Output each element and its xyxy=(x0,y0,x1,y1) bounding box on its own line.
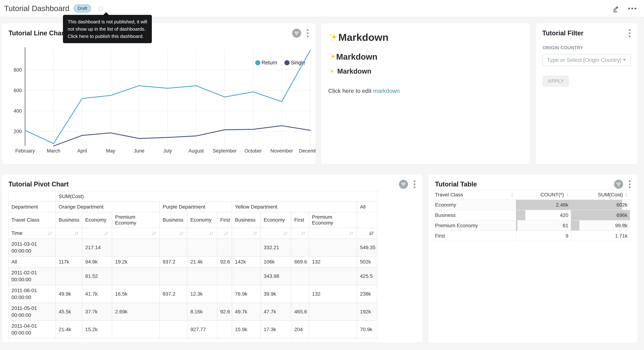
pivot-cell: 217.14 xyxy=(82,239,112,256)
pivot-time-header: Time xyxy=(8,228,56,239)
sort-descending-active-icon[interactable] xyxy=(368,231,374,236)
svg-text:September: September xyxy=(212,148,236,154)
pivot-class-header: Economy xyxy=(261,212,291,228)
sort-toggle-icon[interactable] xyxy=(104,231,109,236)
pivot-cell: 94.9k xyxy=(82,256,112,267)
markdown-heading-3: Markdown xyxy=(328,68,523,75)
pivot-class-header: First xyxy=(291,212,309,228)
pivot-cell xyxy=(309,267,357,285)
pivot-cell: 343.98 xyxy=(261,267,291,285)
pivot-sort-cell xyxy=(187,228,217,239)
markdown-panel: Markdown Markdown Markdown Click here to… xyxy=(321,24,530,164)
table-row: Premium Economy6199.8k xyxy=(432,220,630,231)
pivot-cell xyxy=(160,320,187,338)
pivot-cell: 238k xyxy=(357,285,377,303)
markdown-paragraph: Click here to edit markdown xyxy=(328,88,523,94)
col-header-travel-class[interactable]: Travel Class xyxy=(432,190,516,200)
edit-dashboard-icon[interactable] xyxy=(611,4,620,13)
pivot-class-row: Travel ClassBusinessEconomyPremium Econo… xyxy=(8,212,377,228)
title-row: Tutorial Dashboard Draft ☆ xyxy=(4,4,104,13)
pivot-cell: 465.6 xyxy=(291,303,309,320)
kebab-menu-icon[interactable] xyxy=(413,180,416,189)
pivot-sort-row: Time xyxy=(8,228,377,239)
sort-toggle-icon[interactable] xyxy=(283,231,288,236)
sort-toggle-icon[interactable] xyxy=(252,231,258,236)
pivot-cell: 132 xyxy=(309,256,357,267)
table-panel-title: Tutorial Table xyxy=(435,180,477,188)
count-cell: 9 xyxy=(516,231,571,241)
sum-cost-cell: 696k xyxy=(571,210,630,220)
pivot-cell: 17.3k xyxy=(261,320,291,338)
line-chart[interactable]: 200400600800FebruaryMarchAprilMayJuneJul… xyxy=(2,45,316,158)
pivot-cell: 21.4k xyxy=(187,256,217,267)
svg-text:June: June xyxy=(134,148,144,154)
line-chart-panel: Tutorial Line Chart Return xyxy=(2,24,316,164)
kebab-menu-icon[interactable] xyxy=(628,180,631,189)
pivot-cell: 39.9k xyxy=(261,285,291,303)
pivot-cell xyxy=(291,239,309,256)
pivot-cell: 92.6 xyxy=(217,256,232,267)
apply-button[interactable]: APPLY xyxy=(542,76,569,87)
sort-toggle-icon[interactable] xyxy=(300,231,306,236)
svg-text:July: July xyxy=(163,148,172,154)
table-header-row: Travel ClassCOUNT(*)SUM(Cost) xyxy=(432,190,630,200)
table-row: Business420696k xyxy=(432,210,630,220)
svg-text:November: November xyxy=(270,148,293,154)
sort-toggle-icon[interactable] xyxy=(151,231,156,236)
table-container: Travel ClassCOUNT(*)SUM(Cost)Economy2.46… xyxy=(432,190,630,241)
pivot-cell: 81.52 xyxy=(82,267,112,285)
pivot-sort-cell xyxy=(160,228,187,239)
pivot-class-header xyxy=(357,212,377,228)
count-cell: 2.46k xyxy=(516,200,571,210)
pivot-cell: 47.7k xyxy=(261,303,291,320)
select-placeholder: Type or Select [Origin Country] xyxy=(547,57,621,63)
topbar-actions xyxy=(611,4,637,13)
kebab-menu-icon[interactable] xyxy=(306,28,309,38)
pivot-cell: 142k xyxy=(232,256,261,267)
header-bar: Tutorial Dashboard Draft ☆ xyxy=(0,0,644,17)
pivot-cell xyxy=(160,239,187,256)
edit-markdown-link[interactable]: markdown xyxy=(373,88,400,94)
pivot-class-header: Economy xyxy=(82,212,112,228)
status-badge[interactable]: Draft xyxy=(74,4,91,12)
count-cell: 61 xyxy=(516,220,571,231)
pivot-cell: 21.4k xyxy=(56,320,82,338)
applied-filters-icon[interactable] xyxy=(292,28,301,38)
col-header-count[interactable]: COUNT(*) xyxy=(516,190,571,200)
pivot-class-header: Business xyxy=(232,212,261,228)
travel-class-cell: Premium Economy xyxy=(432,220,516,231)
pivot-sort-cell xyxy=(291,228,309,239)
sort-toggle-icon[interactable] xyxy=(208,231,214,236)
sort-toggle-icon[interactable] xyxy=(47,231,52,236)
count-cell: 420 xyxy=(516,210,571,220)
travel-class-cell: First xyxy=(432,231,516,241)
pivot-cell: 19.2k xyxy=(112,256,160,267)
pivot-cell: 15.9k xyxy=(232,320,261,338)
sort-carets-icon[interactable] xyxy=(566,193,568,197)
sort-carets-icon[interactable] xyxy=(625,193,628,197)
pivot-cell xyxy=(232,239,261,256)
tooltip-line: Click here to publish this dashboard. xyxy=(68,33,147,40)
sort-toggle-icon[interactable] xyxy=(223,231,229,236)
sort-carets-icon[interactable] xyxy=(511,193,514,197)
favorite-star-icon[interactable]: ☆ xyxy=(97,4,104,13)
pivot-class-header: Premium Economy xyxy=(309,212,357,228)
pivot-sort-cell xyxy=(112,228,160,239)
sort-toggle-icon[interactable] xyxy=(179,231,184,236)
pivot-cell xyxy=(187,239,217,256)
kebab-menu-icon[interactable] xyxy=(628,28,631,38)
sort-toggle-icon[interactable] xyxy=(348,231,354,236)
svg-text:600: 600 xyxy=(14,88,22,93)
col-header-sum-cost[interactable]: SUM(Cost) xyxy=(571,190,630,200)
more-menu-icon[interactable] xyxy=(628,7,637,10)
pivot-cell xyxy=(309,239,357,256)
origin-country-select[interactable]: Type or Select [Origin Country] xyxy=(542,54,630,66)
pivot-row-label: 2011-02-01 00:00:00 xyxy=(8,267,56,285)
travel-class-cell: Business xyxy=(432,210,516,220)
applied-filters-icon[interactable] xyxy=(399,180,408,189)
pivot-cell: 192k xyxy=(357,303,377,320)
pivot-cell: 45.5k xyxy=(56,303,82,320)
applied-filters-icon[interactable] xyxy=(614,180,623,189)
sort-toggle-icon[interactable] xyxy=(74,231,79,236)
pivot-cell: 669.6 xyxy=(291,256,309,267)
